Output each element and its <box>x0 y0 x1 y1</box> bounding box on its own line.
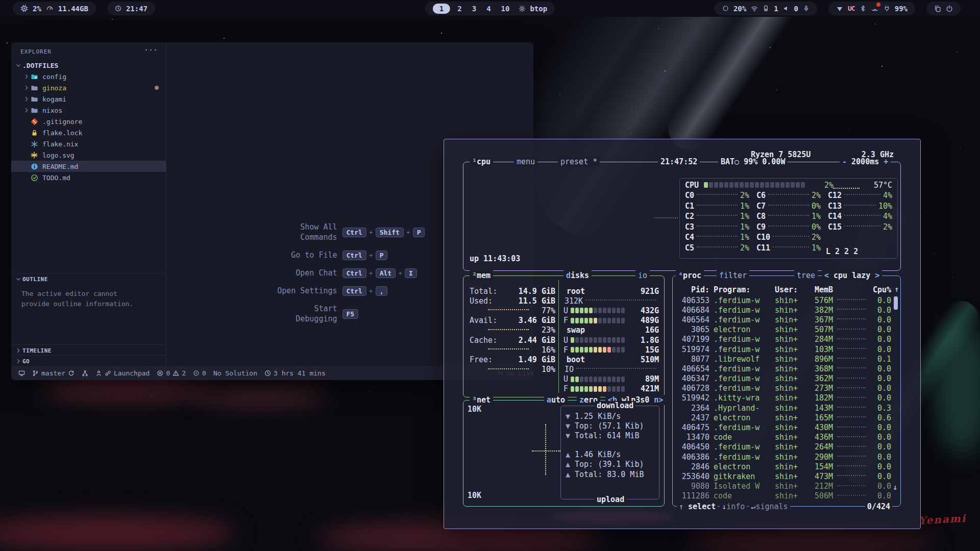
mem-pct: 10% <box>542 365 555 374</box>
disk-io-dots <box>585 299 656 300</box>
proc-sort-control[interactable]: < cpu lazy > <box>822 270 882 281</box>
tree-item-config[interactable]: config <box>11 71 166 82</box>
launchpad-button[interactable]: Launchpad <box>93 369 152 377</box>
process-row[interactable]: 111286codeshin+506M0.0 <box>677 491 893 501</box>
problems-button[interactable]: 0 2 <box>155 369 188 377</box>
preset-button[interactable]: preset * <box>558 157 600 167</box>
menu-button[interactable]: menu <box>514 157 537 167</box>
key-chip: , <box>376 286 388 296</box>
solution-status[interactable]: No Solution <box>211 369 259 377</box>
process-row[interactable]: 406353.ferdium-wshin+576M0.0 <box>677 295 893 305</box>
disk-boot[interactable]: boot510M <box>564 355 659 364</box>
tree-item-flake-nix[interactable]: flake.nix <box>11 138 166 149</box>
meter-block <box>612 377 616 382</box>
process-row[interactable]: 406654.ferdium-wshin+368M0.0 <box>677 364 893 373</box>
proc-mem: 273M <box>810 384 833 393</box>
process-row[interactable]: 406564.ferdium-wshin+367M0.0 <box>677 315 893 324</box>
process-row[interactable]: 8077.librewolfshin+896M0.1 <box>677 354 893 364</box>
session-pill[interactable] <box>926 2 961 15</box>
process-row[interactable]: 3065electronshin+507M0.0 <box>677 325 893 335</box>
select-hint[interactable]: ↑ select <box>677 502 718 511</box>
tree-item--gitignore[interactable]: .gitignore <box>11 116 166 127</box>
mem-label: Avail: <box>470 316 497 325</box>
process-row[interactable]: 406475.ferdium-wshin+430M0.0 <box>677 422 893 432</box>
hardware-status-pill[interactable]: 20% 1 0 <box>715 2 817 15</box>
process-row[interactable]: 2846electronshin+154M0.0 <box>677 462 893 471</box>
error-icon <box>157 370 163 377</box>
disk-swap[interactable]: swap16G <box>564 325 659 335</box>
proc-cpu: 0.0 <box>870 364 891 373</box>
process-row[interactable]: 406347.ferdium-wshin+362M0.0 <box>677 374 893 384</box>
signals-hint[interactable]: ↵signals <box>749 502 790 511</box>
net-stat-value: Total: 83.0 MiB <box>575 470 644 479</box>
tree-item-ginoza[interactable]: ginoza <box>11 82 166 93</box>
process-row[interactable]: 13470codeshin+436M0.0 <box>677 433 893 442</box>
process-row[interactable]: 407199.ferdium-wshin+284M0.0 <box>677 335 893 344</box>
time-tracker[interactable]: 3 hrs 41 mins <box>262 369 328 377</box>
net-auto-toggle[interactable]: auto <box>544 395 568 405</box>
timeline-header[interactable]: TIMELINE <box>11 345 166 356</box>
disk-root[interactable]: root921G <box>564 286 659 296</box>
process-row[interactable]: 2364.Hyprland-shin+143M0.3 <box>677 403 893 413</box>
plus-separator: + <box>369 287 373 295</box>
process-row[interactable]: 9080Isolated Wshin+212M0.0 <box>677 482 893 491</box>
launchpad-label: Launchpad <box>114 369 150 377</box>
proc-graph-dots <box>837 357 866 359</box>
go-header[interactable]: GO <box>11 356 166 367</box>
process-row[interactable]: 406386.ferdium-wshin+290M0.0 <box>677 452 893 462</box>
tree-root-dotfiles[interactable]: .DOTFILES <box>11 60 166 71</box>
remote-window-button[interactable] <box>16 370 27 377</box>
cpu-panel-title: ¹cpu <box>470 157 493 167</box>
proc-mem: 506M <box>810 491 833 500</box>
clock-pill[interactable]: 21:47 <box>107 2 155 15</box>
ports-button[interactable]: 0 <box>191 369 208 377</box>
meter-block <box>729 182 733 188</box>
used-label: U <box>564 306 571 315</box>
outline-header[interactable]: OUTLINE <box>11 273 166 285</box>
explorer-actions-button[interactable]: ··· <box>144 45 158 55</box>
process-row[interactable]: 253640gitkrakenshin+473M0.0 <box>677 471 893 481</box>
workspace-button-10[interactable]: 10 <box>497 5 514 13</box>
tree-item-readme-md[interactable]: README.md <box>11 161 166 172</box>
workspace-button-3[interactable]: 3 <box>468 5 480 13</box>
tree-item-nixos[interactable]: nixos <box>11 105 166 116</box>
tree-item-todo-md[interactable]: TODO.md <box>11 172 166 183</box>
proc-count: 0/424 <box>865 502 892 512</box>
proc-mem: 576M <box>810 296 833 305</box>
git-branch-button[interactable]: master <box>30 369 77 377</box>
mem-pct: 77% <box>542 306 555 315</box>
workspace-button-1[interactable]: 1 <box>433 4 450 14</box>
mem-pct-row: 16% <box>470 345 555 355</box>
proc-tree-toggle[interactable]: tree <box>794 270 818 281</box>
info-hint[interactable]: ↓info <box>720 502 747 511</box>
process-row[interactable]: 406684.ferdium-wshin+382M0.0 <box>677 305 893 315</box>
chevron-right-icon <box>15 358 22 364</box>
workspace-button-2[interactable]: 2 <box>453 5 465 13</box>
tree-item-flake-lock[interactable]: flake.lock <box>11 127 166 138</box>
proc-filter-button[interactable]: filter <box>717 270 749 281</box>
process-row[interactable]: 2437electronshin+165M0.6 <box>677 413 893 422</box>
fork-status-button[interactable] <box>80 370 90 377</box>
tree-item-kogami[interactable]: kogami <box>11 93 166 105</box>
process-row[interactable]: 406450.ferdium-wshin+264M0.0 <box>677 442 893 452</box>
process-row[interactable]: 519942.kitty-wrashin+182M0.0 <box>677 393 893 403</box>
power-icon[interactable] <box>946 5 953 12</box>
proc-scrollbar[interactable] <box>894 296 898 310</box>
system-stats-pill[interactable]: 2% 11.44GB <box>13 2 96 15</box>
proc-graph-dots <box>837 377 866 379</box>
io-toggle[interactable]: io <box>635 270 650 281</box>
free-label: F <box>564 316 571 325</box>
core-label: C12 <box>828 191 842 200</box>
tree-item-label: .gitignore <box>42 118 82 126</box>
workspace-button-4[interactable]: 4 <box>482 5 495 13</box>
tray-app-icon[interactable] <box>871 5 879 13</box>
meter-block <box>612 318 616 323</box>
tree-item-logo-svg[interactable]: logo.svg <box>11 149 166 161</box>
tray-pill[interactable]: UC 99% <box>828 2 915 15</box>
proc-program: .librewolf <box>714 355 771 364</box>
process-row[interactable]: 406728.ferdium-wshin+273M0.0 <box>677 384 893 393</box>
clipboard-icon[interactable] <box>934 5 941 12</box>
proc-table-header[interactable]: Pid: Program: User: MemB Cpu% <box>677 285 893 294</box>
process-row[interactable]: 519974.ferdium-wshin+103M0.0 <box>677 344 893 354</box>
disks-toggle[interactable]: disks <box>564 270 592 281</box>
